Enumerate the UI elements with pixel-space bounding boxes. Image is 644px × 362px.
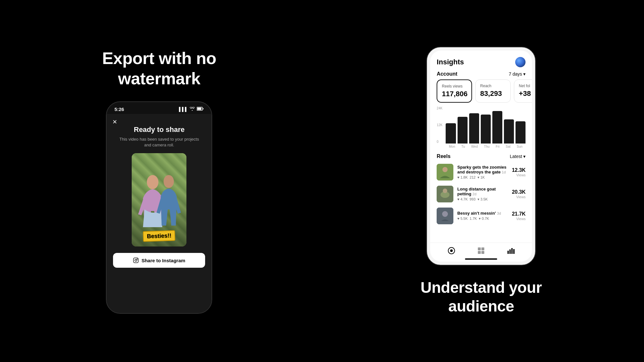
chart-bar-thu [481,115,491,144]
reel-info-2: Long distance goat petting 2d ♥ 4.7K 993… [457,187,508,201]
metrics-row: Reels views 117,806 Reach 83,293 Net fol… [430,79,532,107]
metric-card-reach[interactable]: Reach 83,293 [475,79,511,103]
insights-inner: Insights Account 7 days ▾ Reels views 11… [430,51,532,262]
reel-views-count-1: 12.3K [512,167,526,173]
chevron-down-icon-reels: ▾ [523,154,526,159]
left-panel: Export with nowatermark 5:26 ▌▌▌ [102,48,216,314]
reel-comments-3: 1.7K [470,217,477,221]
metric-value-reels-views: 117,806 [442,90,467,98]
ready-title: Ready to share [134,125,185,134]
days-label: 7 days [509,71,522,77]
chart-x-sun: Sun [517,145,523,148]
chart-x-tue: Tu [461,145,465,148]
chart-y-24k: 24K [437,107,442,110]
reel-title-2: Long distance goat petting 2d [457,187,508,196]
share-button-label: Share to Instagram [141,258,185,263]
chart-bar-mon [446,123,456,144]
nav-insights-icon[interactable] [506,246,515,255]
understand-text: Understand youraudience [421,278,542,315]
share-instagram-button[interactable]: Share to Instagram [113,253,205,268]
metric-label-reels-views: Reels views [442,84,467,88]
svg-rect-1 [203,108,204,109]
latest-selector[interactable]: Latest ▾ [510,154,526,159]
globe-icon[interactable] [515,57,526,67]
phone-content: ✕ Ready to share This video has been sav… [107,114,212,313]
reels-label: Reels [437,153,450,159]
svg-point-16 [450,249,453,252]
reel-info-3: Bessy ain't messin' 3d ♥ 5.5K 1.7K ▾ 0.7… [457,211,508,221]
chart-bar-sun [516,121,526,144]
video-thumbnail: Besties!! [132,153,186,246]
reels-header: Reels Latest ▾ [430,151,532,161]
reel-views-label-3: Views [512,217,526,221]
chart-area: 24K 12K 0 [430,107,532,151]
reel-comments-2: 993 [470,197,476,201]
reel-likes-1: ♥ 1.8K [457,175,468,180]
svg-point-7 [137,259,138,259]
account-row: Account 7 days ▾ [430,70,532,79]
metric-card-reels-views[interactable]: Reels views 117,806 [437,79,472,103]
svg-rect-20 [481,251,484,254]
video-label: Besties!! [143,230,175,242]
nav-home-icon[interactable] [447,246,456,255]
latest-label: Latest [510,154,522,159]
svg-rect-19 [478,251,481,254]
chart-x-wed: Wed [471,145,478,148]
metric-value-reach: 83,293 [480,89,506,98]
reel-shares-1: ▾ 1K [478,175,485,180]
chart-x-sat: Sat [506,145,511,148]
status-time: 5:26 [114,107,124,112]
export-title: Export with nowatermark [102,48,216,88]
reel-views-count-3: 21.7K [512,211,526,217]
reel-title-1: Sparky gets the zoomies and destroys the… [457,165,508,174]
metric-label-reach: Reach [480,84,506,88]
status-bar: 5:26 ▌▌▌ [107,102,212,114]
chart-y-0: 0 [437,140,442,144]
svg-point-6 [135,259,137,261]
reel-item-3[interactable]: Bessy ain't messin' 3d ♥ 5.5K 1.7K ▾ 0.7… [430,205,532,227]
chart-x-mon: Mon [449,145,455,148]
reel-thumb-2 [437,186,453,202]
svg-point-14 [442,211,448,217]
chart-x-thu: Thu [484,145,489,148]
insights-phone-frame: Insights Account 7 days ▾ Reels views 11… [426,47,536,265]
svg-rect-21 [507,251,509,254]
svg-rect-2 [197,107,202,110]
reel-item-1[interactable]: Sparky gets the zoomies and destroys the… [430,161,532,183]
reel-stats-3: ♥ 5.5K 1.7K ▾ 0.7K [457,217,508,221]
reel-likes-2: ♥ 4.7K [457,197,468,201]
chart-x-fri: Fri [496,145,500,148]
ready-subtitle: This video has been saved to your projec… [119,136,199,148]
reel-title-3: Bessy ain't messin' 3d [457,211,508,216]
battery-icon [197,107,204,112]
home-indicator [465,258,497,260]
reel-stats-1: ♥ 1.8K 212 ▾ 1K [457,175,508,180]
reel-views-label-2: Views [512,195,526,199]
svg-rect-5 [134,258,138,263]
svg-point-12 [443,189,447,193]
chart-bar-tue [458,117,468,144]
left-phone-frame: 5:26 ▌▌▌ [106,101,212,314]
chart-bar-sat [504,119,514,144]
svg-point-9 [442,167,448,172]
insights-title: Insights [437,58,464,66]
svg-rect-17 [478,247,481,250]
reel-views-count-2: 20.3K [512,189,526,195]
chart-y-12k: 12K [437,123,442,127]
reel-info-1: Sparky gets the zoomies and destroys the… [457,165,508,180]
days-selector[interactable]: 7 days ▾ [509,71,526,77]
svg-point-3 [147,175,158,189]
account-label: Account [437,71,457,77]
close-button[interactable]: ✕ [112,118,117,125]
reel-views-2: 20.3K Views [512,189,526,199]
right-panel: Insights Account 7 days ▾ Reels views 11… [421,47,542,315]
signal-icon: ▌▌▌ [179,107,188,112]
metric-card-net-followers[interactable]: Net fol +38 [514,79,532,103]
reel-thumb-3 [437,208,453,224]
reel-item-2[interactable]: Long distance goat petting 2d ♥ 4.7K 993… [430,183,532,205]
metric-label-net-followers: Net fol [519,84,532,88]
svg-rect-23 [511,248,513,254]
nav-grid-icon[interactable] [477,246,486,255]
scene: Export with nowatermark 5:26 ▌▌▌ [0,0,644,362]
wifi-icon [190,107,195,112]
